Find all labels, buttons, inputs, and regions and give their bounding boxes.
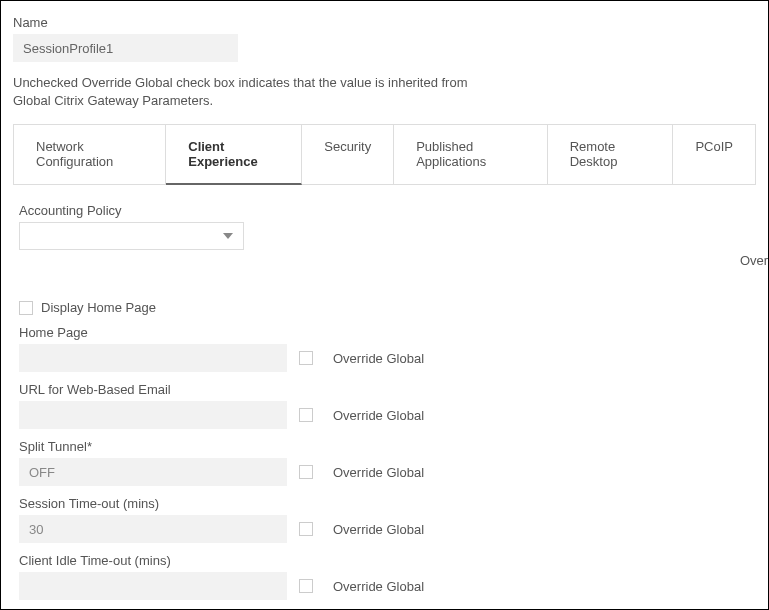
tab-client-experience[interactable]: Client Experience bbox=[166, 124, 302, 185]
split-tunnel-override-checkbox[interactable] bbox=[299, 465, 313, 479]
accounting-policy-label: Accounting Policy bbox=[19, 203, 750, 218]
url-email-label: URL for Web-Based Email bbox=[19, 382, 750, 397]
client-idle-input[interactable] bbox=[19, 572, 287, 600]
home-page-override-checkbox[interactable] bbox=[299, 351, 313, 365]
tab-network-configuration[interactable]: Network Configuration bbox=[13, 124, 166, 185]
inheritance-note-line1: Unchecked Override Global check box indi… bbox=[13, 75, 468, 90]
tab-bar: Network Configuration Client Experience … bbox=[13, 124, 756, 185]
split-tunnel-override-label: Override Global bbox=[333, 465, 424, 480]
split-tunnel-label: Split Tunnel* bbox=[19, 439, 750, 454]
split-tunnel-input[interactable] bbox=[19, 458, 287, 486]
client-experience-panel: Accounting Policy Override Global Displa… bbox=[13, 185, 756, 610]
inheritance-note-line2: Global Citrix Gateway Parameters. bbox=[13, 93, 213, 108]
url-email-override-checkbox[interactable] bbox=[299, 408, 313, 422]
home-page-input[interactable] bbox=[19, 344, 287, 372]
client-idle-override-label: Override Global bbox=[333, 579, 424, 594]
url-email-override-label: Override Global bbox=[333, 408, 424, 423]
accounting-policy-select[interactable] bbox=[19, 222, 244, 250]
client-idle-override-checkbox[interactable] bbox=[299, 579, 313, 593]
tab-published-applications[interactable]: Published Applications bbox=[394, 124, 547, 185]
session-timeout-override-label: Override Global bbox=[333, 522, 424, 537]
inheritance-note: Unchecked Override Global check box indi… bbox=[13, 74, 756, 110]
session-timeout-label: Session Time-out (mins) bbox=[19, 496, 750, 511]
tab-security[interactable]: Security bbox=[302, 124, 394, 185]
tab-remote-desktop[interactable]: Remote Desktop bbox=[548, 124, 674, 185]
session-timeout-override-checkbox[interactable] bbox=[299, 522, 313, 536]
name-input[interactable] bbox=[13, 34, 238, 62]
home-page-override-label: Override Global bbox=[333, 351, 424, 366]
url-email-input[interactable] bbox=[19, 401, 287, 429]
home-page-label: Home Page bbox=[19, 325, 750, 340]
chevron-down-icon bbox=[223, 233, 233, 239]
tab-pcoip[interactable]: PCoIP bbox=[673, 124, 756, 185]
display-home-page-checkbox[interactable] bbox=[19, 301, 33, 315]
override-global-header: Override Global bbox=[401, 253, 769, 268]
client-idle-label: Client Idle Time-out (mins) bbox=[19, 553, 750, 568]
name-label: Name bbox=[13, 15, 756, 30]
session-timeout-input[interactable] bbox=[19, 515, 287, 543]
display-home-page-label: Display Home Page bbox=[41, 300, 156, 315]
